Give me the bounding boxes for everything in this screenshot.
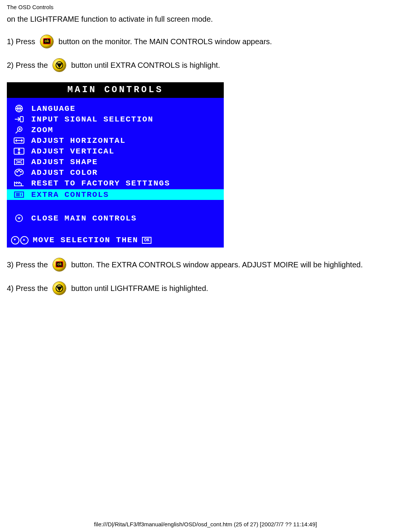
osd-item-label: ADJUST HORIZONTAL xyxy=(31,136,126,145)
step-2: 2) Press the button until EXTRA CONTROLS… xyxy=(7,59,404,72)
osd-footer: ▼▲ MOVE SELECTION THEN OK xyxy=(7,233,224,248)
osd-item-label: ADJUST VERTICAL xyxy=(31,147,115,156)
osd-item-label: INPUT SIGNAL SELECTION xyxy=(31,115,153,124)
osd-item-horiz: ADJUST HORIZONTAL xyxy=(11,135,220,146)
osd-footer-label: MOVE SELECTION THEN xyxy=(33,236,138,244)
osd-item-label: ADJUST COLOR xyxy=(31,168,98,177)
osd-item-label: ZOOM xyxy=(31,126,53,134)
step-4-text-a: 4) Press the xyxy=(7,284,50,293)
page-header: The OSD Controls xyxy=(0,0,411,13)
svg-rect-5 xyxy=(14,159,24,165)
svg-point-8 xyxy=(21,171,22,173)
step-4-text-b: button until LIGHTFRAME is highlighted. xyxy=(69,284,208,293)
down-button-icon xyxy=(53,282,66,295)
osd-item-input: INPUT SIGNAL SELECTION xyxy=(11,114,220,125)
osd-item-close: CLOSE MAIN CONTROLS xyxy=(11,213,220,224)
palette-icon xyxy=(11,168,27,177)
step-4: 4) Press the button until LIGHTFRAME is … xyxy=(7,282,404,295)
globe-icon xyxy=(11,104,27,113)
ok-button-icon xyxy=(53,258,66,271)
input-icon xyxy=(11,115,27,124)
svg-rect-1 xyxy=(20,117,23,122)
step-3-text-b: button. The EXTRA CONTROLS window appear… xyxy=(69,260,363,269)
step-3-text-a: 3) Press the xyxy=(7,260,50,269)
osd-item-label: CLOSE MAIN CONTROLS xyxy=(31,214,137,223)
zoom-icon xyxy=(11,125,27,134)
factory-icon xyxy=(11,179,27,188)
osd-panel: MAIN CONTROLS LANGUAGE INPUT SIGNAL SELE… xyxy=(7,82,224,248)
osd-item-label: ADJUST SHAPE xyxy=(31,158,98,166)
close-down-icon xyxy=(11,214,27,223)
osd-item-language: LANGUAGE xyxy=(11,103,220,114)
osd-body: LANGUAGE INPUT SIGNAL SELECTION ZOOM ADJ… xyxy=(7,98,224,233)
step-3: 3) Press the button. The EXTRA CONTROLS … xyxy=(7,258,404,271)
step-1-text-b: button on the monitor. The MAIN CONTROLS… xyxy=(56,37,272,46)
intro-text: on the LIGHTFRAME function to activate i… xyxy=(7,14,404,24)
osd-item-vert: ADJUST VERTICAL xyxy=(11,146,220,157)
shape-icon xyxy=(11,157,27,166)
step-1-text-a: 1) Press xyxy=(7,37,37,46)
step-2-text-b: button until EXTRA CONTROLS is highlight… xyxy=(69,61,220,70)
down-button-icon xyxy=(53,59,66,72)
step-2-text-a: 2) Press the xyxy=(7,61,50,70)
osd-item-label: LANGUAGE xyxy=(31,104,76,113)
osd-item-zoom: ZOOM xyxy=(11,125,220,135)
osd-item-reset: RESET TO FACTORY SETTINGS xyxy=(11,178,220,189)
ok-indicator-icon: OK xyxy=(142,237,151,244)
step-1: 1) Press button on the monitor. The MAIN… xyxy=(7,35,404,48)
osd-item-shape: ADJUST SHAPE xyxy=(11,157,220,167)
extra-icon xyxy=(11,190,27,199)
osd-title: MAIN CONTROLS xyxy=(7,83,224,98)
vertical-icon xyxy=(11,147,27,156)
svg-point-6 xyxy=(17,171,18,173)
osd-item-label: RESET TO FACTORY SETTINGS xyxy=(31,179,170,188)
osd-item-extra: EXTRA CONTROLS xyxy=(7,189,224,200)
ok-button-icon xyxy=(40,35,53,48)
horizontal-icon xyxy=(11,136,27,145)
updown-icon: ▼▲ xyxy=(11,236,29,244)
osd-item-label: EXTRA CONTROLS xyxy=(31,190,109,199)
osd-item-color: ADJUST COLOR xyxy=(11,167,220,178)
svg-point-7 xyxy=(19,170,20,171)
